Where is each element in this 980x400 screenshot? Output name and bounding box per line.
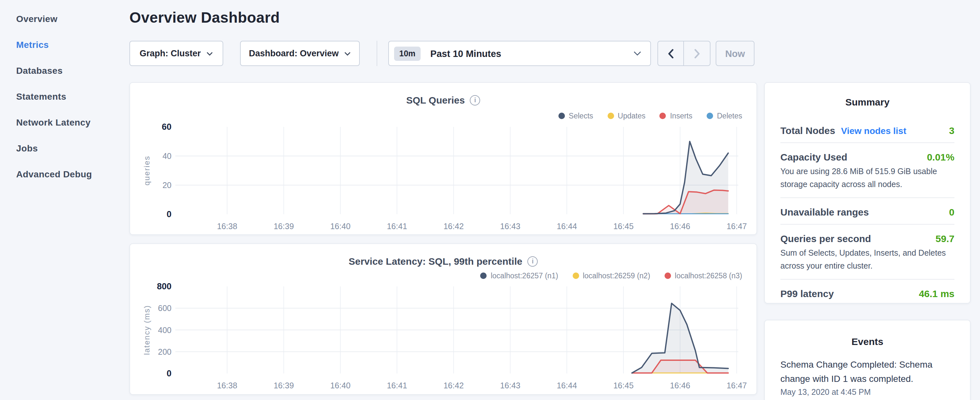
svg-text:16:46: 16:46 — [670, 222, 690, 231]
legend-dot — [607, 113, 614, 119]
time-range-dropdown[interactable]: 10m Past 10 Minutes — [388, 41, 651, 66]
now-button-label: Now — [725, 48, 745, 59]
time-back-button[interactable] — [658, 41, 684, 65]
svg-text:16:41: 16:41 — [387, 222, 407, 231]
legend-label: localhost:26257 (n1) — [491, 272, 558, 280]
stat-value: 0.01% — [927, 151, 955, 163]
summary-stats: Total Nodes View nodes list 3 Capacity U… — [780, 125, 955, 306]
legend-label: localhost:26258 (n3) — [675, 272, 742, 280]
sidebar-item-network-latency[interactable]: Network Latency — [0, 110, 129, 136]
info-icon[interactable]: i — [470, 95, 480, 105]
sidebar-item-overview[interactable]: Overview — [0, 6, 129, 32]
svg-text:0: 0 — [167, 369, 172, 378]
stat-value: 46.1 ms — [919, 288, 955, 299]
legend-dot — [572, 273, 579, 279]
stat-label: P99 latency — [780, 288, 834, 299]
legend-label: Inserts — [670, 112, 692, 120]
stat-label: Capacity Used — [780, 151, 847, 163]
stat-value: 0 — [949, 207, 955, 217]
svg-text:16:39: 16:39 — [274, 222, 294, 231]
info-icon[interactable]: i — [527, 256, 538, 266]
stat-queries-per-second: Queries per second 59.7 Sum of Selects, … — [780, 225, 955, 279]
svg-text:16:45: 16:45 — [613, 381, 634, 390]
legend-label: Deletes — [717, 112, 742, 120]
summary-panel: Summary Total Nodes View nodes list 3 Ca… — [764, 82, 970, 304]
svg-text:800: 800 — [157, 282, 172, 291]
stat-total-nodes: Total Nodes View nodes list 3 — [780, 125, 955, 142]
stat-p99-latency: P99 latency 46.1 ms — [780, 280, 955, 306]
sidebar-item-statements[interactable]: Statements — [0, 84, 129, 110]
svg-text:queries: queries — [142, 156, 151, 186]
app-root: Overview Metrics Databases Statements Ne… — [0, 0, 980, 400]
svg-text:16:47: 16:47 — [727, 222, 747, 231]
chevron-right-icon — [694, 48, 700, 59]
svg-text:40: 40 — [162, 151, 172, 161]
event-timestamp: May 13, 2020 at 4:45 PM — [780, 388, 955, 397]
svg-text:16:39: 16:39 — [274, 381, 294, 390]
event-item[interactable]: Schema Change Completed: Schema change w… — [780, 357, 955, 397]
stat-value: 3 — [949, 125, 955, 136]
stat-description: Sum of Selects, Updates, Inserts, and De… — [780, 247, 955, 273]
svg-text:16:42: 16:42 — [444, 222, 464, 231]
chevron-down-icon — [207, 51, 213, 55]
chevron-left-icon — [668, 48, 674, 59]
svg-text:16:43: 16:43 — [500, 222, 520, 231]
sidebar-item-databases[interactable]: Databases — [0, 58, 129, 84]
view-nodes-link[interactable]: View nodes list — [841, 126, 906, 136]
time-forward-button[interactable] — [684, 41, 710, 65]
legend-dot — [558, 113, 565, 119]
sql-queries-chart-card: SQL Queries i Selects Updates Inserts De… — [129, 82, 757, 235]
events-title: Events — [780, 320, 955, 347]
now-button[interactable]: Now — [716, 41, 754, 66]
svg-text:16:40: 16:40 — [330, 381, 351, 390]
sidebar-item-jobs[interactable]: Jobs — [0, 136, 129, 162]
sidebar-item-advanced-debug[interactable]: Advanced Debug — [0, 162, 129, 188]
graph-dropdown-label: Graph: Cluster — [140, 49, 200, 58]
legend-item-updates: Updates — [607, 112, 646, 120]
svg-text:0: 0 — [167, 209, 172, 219]
service-latency-chart-card: Service Latency: SQL, 99th percentile i … — [129, 243, 757, 395]
sidebar-item-metrics[interactable]: Metrics — [0, 32, 129, 58]
time-range-badge: 10m — [394, 46, 421, 61]
svg-text:16:44: 16:44 — [557, 381, 577, 390]
legend-dot — [480, 273, 487, 279]
svg-text:16:43: 16:43 — [500, 381, 520, 390]
svg-text:16:41: 16:41 — [387, 381, 407, 390]
stat-unavailable-ranges: Unavailable ranges 0 — [780, 198, 955, 224]
legend-item-deletes: Deletes — [706, 112, 742, 120]
stat-label: Unavailable ranges — [780, 207, 869, 217]
chart-legend: localhost:26257 (n1) localhost:26259 (n2… — [480, 272, 742, 280]
chart-title-row: SQL Queries i — [130, 94, 756, 105]
svg-text:16:38: 16:38 — [217, 381, 237, 390]
stat-label: Queries per second — [780, 233, 871, 244]
stat-description: You are using 28.6 MiB of 515.9 GiB usab… — [780, 165, 955, 191]
svg-text:400: 400 — [158, 325, 172, 335]
svg-text:16:40: 16:40 — [330, 222, 351, 231]
chart-title: SQL Queries — [406, 94, 465, 105]
graph-dropdown[interactable]: Graph: Cluster — [129, 41, 223, 66]
sql-queries-chart[interactable]: 16:3816:3916:4016:4116:4216:4316:4416:45… — [130, 83, 758, 236]
legend-dot — [706, 113, 713, 119]
svg-text:16:45: 16:45 — [613, 222, 634, 231]
svg-text:16:38: 16:38 — [217, 222, 237, 231]
chart-legend: Selects Updates Inserts Deletes — [558, 112, 742, 120]
event-message: Schema Change Completed: Schema change w… — [780, 357, 955, 386]
svg-text:latency (ms): latency (ms) — [142, 305, 151, 355]
toolbar-divider — [377, 41, 377, 66]
stat-label: Total Nodes — [780, 125, 835, 136]
svg-text:200: 200 — [158, 347, 172, 356]
toolbar: Graph: Cluster Dashboard: Overview 10m P… — [129, 41, 754, 66]
legend-label: localhost:26259 (n2) — [583, 272, 650, 280]
legend-item-inserts: Inserts — [660, 112, 692, 120]
service-latency-chart[interactable]: 16:3816:3916:4016:4116:4216:4316:4416:45… — [130, 244, 758, 395]
svg-text:60: 60 — [162, 122, 172, 132]
dashboard-dropdown[interactable]: Dashboard: Overview — [240, 41, 360, 66]
legend-item-n3: localhost:26258 (n3) — [665, 272, 742, 280]
chevron-down-icon — [633, 51, 641, 56]
stat-value: 59.7 — [935, 233, 955, 244]
legend-label: Selects — [569, 112, 593, 120]
summary-title: Summary — [780, 83, 955, 107]
legend-item-n2: localhost:26259 (n2) — [572, 272, 650, 280]
svg-text:16:47: 16:47 — [727, 381, 747, 390]
legend-label: Updates — [618, 112, 646, 120]
